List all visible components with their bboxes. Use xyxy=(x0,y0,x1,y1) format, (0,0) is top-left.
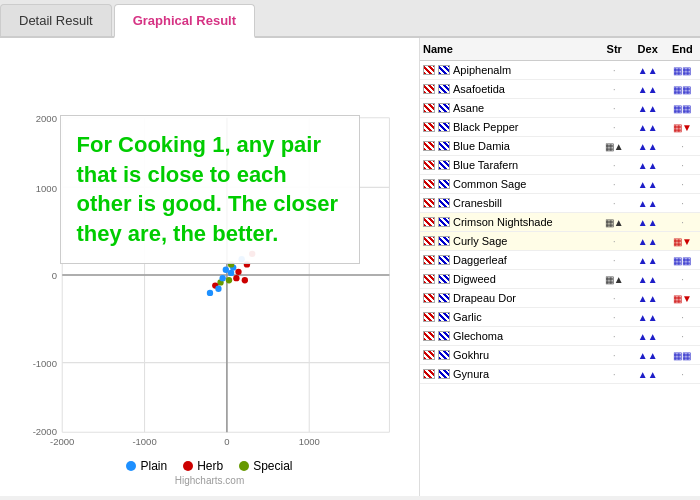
color-box-red xyxy=(423,198,435,208)
col-str: Str xyxy=(598,38,631,61)
color-box-blue xyxy=(438,179,450,189)
cell-end: · xyxy=(665,213,700,232)
dex-up-icon: ▲▲ xyxy=(638,179,658,190)
ingredient-name: Daggerleaf xyxy=(453,254,507,266)
cell-name: Gokhru xyxy=(420,346,598,365)
tab-bar: Detail Result Graphical Result xyxy=(0,0,700,38)
legend-plain-dot xyxy=(126,461,136,471)
color-box-blue xyxy=(438,369,450,379)
end-neutral-icon: · xyxy=(681,273,684,285)
svg-text:-1000: -1000 xyxy=(32,358,56,369)
svg-text:1000: 1000 xyxy=(298,436,319,447)
svg-point-29 xyxy=(225,277,231,283)
cell-str: · xyxy=(598,61,631,80)
dex-up-icon: ▲▲ xyxy=(638,331,658,342)
table-header-row: Name Str Dex End xyxy=(420,38,700,61)
dex-up-icon: ▲▲ xyxy=(638,217,658,228)
end-box-icon: ▦▦ xyxy=(673,255,691,266)
end-neutral-icon: · xyxy=(681,197,684,209)
table-row[interactable]: Glechoma·▲▲· xyxy=(420,327,700,346)
tab-detail[interactable]: Detail Result xyxy=(0,4,112,36)
cell-name: Digweed xyxy=(420,270,598,289)
str-neutral-icon: · xyxy=(613,83,616,95)
cell-str: · xyxy=(598,118,631,137)
color-box-blue xyxy=(438,122,450,132)
cell-name: Drapeau Dor xyxy=(420,289,598,308)
table-area[interactable]: Name Str Dex End Apiphenalm·▲▲▦▦Asafoeti… xyxy=(420,38,700,496)
cell-end: · xyxy=(665,327,700,346)
table-row[interactable]: Apiphenalm·▲▲▦▦ xyxy=(420,61,700,80)
color-box-red xyxy=(423,217,435,227)
table-row[interactable]: Black Pepper·▲▲▦▼ xyxy=(420,118,700,137)
str-neutral-icon: · xyxy=(613,254,616,266)
table-row[interactable]: Gokhru·▲▲▦▦ xyxy=(420,346,700,365)
table-row[interactable]: Digweed▦▲▲▲· xyxy=(420,270,700,289)
table-row[interactable]: Daggerleaf·▲▲▦▦ xyxy=(420,251,700,270)
table-row[interactable]: Cranesbill·▲▲· xyxy=(420,194,700,213)
cell-str: · xyxy=(598,308,631,327)
str-neutral-icon: · xyxy=(613,197,616,209)
ingredient-name: Blue Tarafern xyxy=(453,159,518,171)
dex-up-icon: ▲▲ xyxy=(638,122,658,133)
chart-message: For Cooking 1, any pair that is close to… xyxy=(60,115,360,264)
color-box-red xyxy=(423,179,435,189)
highcharts-credit: Highcharts.com xyxy=(175,475,244,486)
dex-up-icon: ▲▲ xyxy=(638,312,658,323)
end-neutral-icon: · xyxy=(681,311,684,323)
color-box-red xyxy=(423,84,435,94)
color-box-red xyxy=(423,293,435,303)
table-row[interactable]: Asane·▲▲▦▦ xyxy=(420,99,700,118)
cell-end: · xyxy=(665,156,700,175)
table-row[interactable]: Blue Tarafern·▲▲· xyxy=(420,156,700,175)
cell-end: · xyxy=(665,137,700,156)
color-box-red xyxy=(423,236,435,246)
table-row[interactable]: Garlic·▲▲· xyxy=(420,308,700,327)
cell-end: ▦▦ xyxy=(665,80,700,99)
color-box-blue xyxy=(438,350,450,360)
table-row[interactable]: Crimson Nightshade▦▲▲▲· xyxy=(420,213,700,232)
cell-end: ▦▼ xyxy=(665,118,700,137)
color-box-blue xyxy=(438,331,450,341)
ingredient-name: Asafoetida xyxy=(453,83,505,95)
legend-special: Special xyxy=(239,459,292,473)
cell-dex: ▲▲ xyxy=(631,175,665,194)
table-row[interactable]: Blue Damia▦▲▲▲· xyxy=(420,137,700,156)
str-neutral-icon: · xyxy=(613,102,616,114)
str-neutral-icon: · xyxy=(613,349,616,361)
cell-name: Garlic xyxy=(420,308,598,327)
cell-name: Asafoetida xyxy=(420,80,598,99)
color-box-red xyxy=(423,369,435,379)
color-box-blue xyxy=(438,84,450,94)
legend-special-label: Special xyxy=(253,459,292,473)
end-neutral-icon: · xyxy=(681,368,684,380)
cell-dex: ▲▲ xyxy=(631,61,665,80)
table-row[interactable]: Gynura·▲▲· xyxy=(420,365,700,384)
end-box-icon: ▦▦ xyxy=(673,65,691,76)
color-box-blue xyxy=(438,65,450,75)
table-row[interactable]: Curly Sage·▲▲▦▼ xyxy=(420,232,700,251)
table-row[interactable]: Asafoetida·▲▲▦▦ xyxy=(420,80,700,99)
table-row[interactable]: Common Sage·▲▲· xyxy=(420,175,700,194)
cell-end: ▦▼ xyxy=(665,232,700,251)
str-neutral-icon: · xyxy=(613,368,616,380)
end-neutral-icon: · xyxy=(681,330,684,342)
color-box-blue xyxy=(438,217,450,227)
tab-graphical[interactable]: Graphical Result xyxy=(114,4,255,38)
color-box-red xyxy=(423,122,435,132)
ingredient-name: Curly Sage xyxy=(453,235,507,247)
end-box-down-icon: ▦▼ xyxy=(673,236,692,247)
end-neutral-icon: · xyxy=(681,178,684,190)
table-row[interactable]: Drapeau Dor·▲▲▦▼ xyxy=(420,289,700,308)
legend-plain-label: Plain xyxy=(140,459,167,473)
dex-up-icon: ▲▲ xyxy=(638,84,658,95)
cell-dex: ▲▲ xyxy=(631,99,665,118)
color-box-blue xyxy=(438,274,450,284)
ingredient-name: Apiphenalm xyxy=(453,64,511,76)
dex-up-icon: ▲▲ xyxy=(638,350,658,361)
ingredient-name: Asane xyxy=(453,102,484,114)
cell-end: · xyxy=(665,194,700,213)
ingredient-name: Black Pepper xyxy=(453,121,518,133)
cell-str: · xyxy=(598,80,631,99)
str-box-up-icon: ▦▲ xyxy=(605,141,624,152)
color-box-red xyxy=(423,160,435,170)
